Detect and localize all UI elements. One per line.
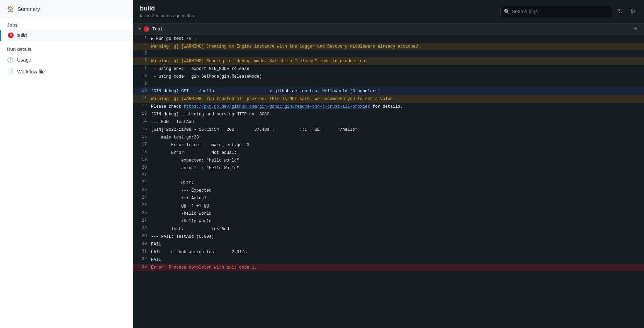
line-number: 7 bbox=[133, 65, 151, 71]
line-number: 31 bbox=[133, 248, 151, 255]
line-number: 4 bbox=[133, 43, 151, 49]
sidebar-item-build[interactable]: ✕ build bbox=[0, 30, 133, 41]
sidebar-item-summary[interactable]: 🏠 Summary bbox=[0, 0, 133, 18]
home-icon: 🏠 bbox=[7, 6, 14, 12]
line-content: --- Expected bbox=[151, 187, 644, 194]
search-input[interactable] bbox=[500, 6, 612, 17]
log-line: 18 Error: Not equal: bbox=[133, 149, 644, 157]
settings-button[interactable]: ⚙ bbox=[629, 6, 637, 17]
main-log-panel: build failed 2 minutes ago in 35s 🔍 ↻ ⚙ … bbox=[133, 0, 644, 328]
line-number: 26 bbox=[133, 210, 151, 216]
error-text: Error: Process completed with exit code … bbox=[151, 265, 257, 270]
refresh-button[interactable]: ↻ bbox=[616, 6, 624, 17]
log-line: 27 +Hello World bbox=[133, 218, 644, 225]
search-icon: 🔍 bbox=[504, 9, 510, 14]
line-number: 33 bbox=[133, 264, 151, 270]
log-line: 28 Test: TestAdd bbox=[133, 225, 644, 233]
line-content: +Hello World bbox=[151, 218, 644, 225]
log-line: 30FAIL bbox=[133, 241, 644, 248]
line-content: expected: "hello world" bbox=[151, 157, 644, 164]
sidebar-usage-label: Usage bbox=[17, 57, 31, 63]
line-content: [GIN-debug] GET /hello --> github-action… bbox=[151, 87, 644, 95]
line-number: 24 bbox=[133, 194, 151, 201]
line-content: [GIN] 2022/11/08 - 15:11:54 | 200 | 37.4… bbox=[151, 126, 644, 134]
log-line: 8 - using code: gin.SetMode(gin.ReleaseM… bbox=[133, 73, 644, 80]
sidebar-run-details-label: Run details bbox=[0, 41, 133, 54]
line-number: 27 bbox=[133, 218, 151, 224]
log-line: 17 Error Trace: main_test.go:23 bbox=[133, 141, 644, 149]
line-number: 17 bbox=[133, 141, 151, 148]
line-content: ▶ Run go test -v . bbox=[151, 35, 644, 43]
fail-icon: ✕ bbox=[8, 33, 14, 38]
line-content: FAIL bbox=[151, 241, 644, 248]
log-line: 33Error: Process completed with exit cod… bbox=[133, 264, 644, 271]
line-content: main_test.go:23: bbox=[151, 134, 644, 141]
line-number: 30 bbox=[133, 241, 151, 247]
line-number: 32 bbox=[133, 256, 151, 262]
line-content: actual : "Hello World" bbox=[151, 164, 644, 172]
line-number: 20 bbox=[133, 164, 151, 171]
line-content bbox=[151, 50, 644, 52]
file-icon: 📄 bbox=[7, 69, 14, 75]
sidebar-summary-label: Summary bbox=[17, 6, 40, 12]
log-line: 16 main_test.go:23: bbox=[133, 134, 644, 141]
line-content: FAIL bbox=[151, 256, 644, 264]
line-number: 19 bbox=[133, 157, 151, 163]
log-line: 29--- FAIL: TestAdd (0.00s) bbox=[133, 233, 644, 241]
log-area[interactable]: ▼ ✕ Test 9s 1▶ Run go test -v .4Warning:… bbox=[133, 23, 644, 328]
line-content: [GIN-debug] Listening and serving HTTP o… bbox=[151, 110, 644, 118]
line-number: 10 bbox=[133, 87, 151, 94]
chevron-down-icon: ▼ bbox=[138, 27, 141, 31]
log-line: 24 +++ Actual bbox=[133, 194, 644, 202]
section-name: Test bbox=[152, 27, 163, 32]
line-number: 6 bbox=[133, 57, 151, 64]
line-content: === RUN TestAdd bbox=[151, 118, 644, 126]
log-link[interactable]: https://pkg.go.dev/github.com/gin-gonic/… bbox=[184, 104, 370, 109]
line-content: Diff: bbox=[151, 179, 644, 187]
line-number: 11 bbox=[133, 95, 151, 101]
log-line: 5 bbox=[133, 50, 644, 57]
log-line: 25 @@ -1 +1 @@ bbox=[133, 202, 644, 210]
log-line: 15[GIN] 2022/11/08 - 15:11:54 | 200 | 37… bbox=[133, 126, 644, 134]
sidebar-item-usage[interactable]: 🕐 Usage bbox=[0, 54, 133, 66]
section-fail-icon: ✕ bbox=[144, 26, 149, 32]
line-content: +++ Actual bbox=[151, 194, 644, 202]
log-line: 13[GIN-debug] Listening and serving HTTP… bbox=[133, 110, 644, 118]
line-number: 13 bbox=[133, 110, 151, 117]
sidebar-jobs-section: Jobs bbox=[0, 18, 133, 30]
log-lines-container: 1▶ Run go test -v .4Warning: g] [WARNING… bbox=[133, 35, 644, 271]
log-title: build bbox=[140, 5, 194, 12]
line-content: -hello world bbox=[151, 210, 644, 218]
sidebar-build-label: build bbox=[16, 33, 27, 38]
line-number: 14 bbox=[133, 118, 151, 124]
line-content: Warning: g] [WARNING] Creating an Engine… bbox=[151, 43, 644, 50]
line-content: - using code: gin.SetMode(gin.ReleaseMod… bbox=[151, 73, 644, 80]
search-wrap: 🔍 bbox=[500, 6, 612, 17]
log-line: 23 --- Expected bbox=[133, 187, 644, 194]
line-content: Please check https://pkg.go.dev/github.c… bbox=[151, 103, 644, 110]
log-header-info: build failed 2 minutes ago in 35s bbox=[140, 5, 194, 18]
log-subtitle: failed 2 minutes ago in 35s bbox=[140, 13, 194, 18]
log-line: 32FAIL bbox=[133, 256, 644, 264]
sidebar-workflow-file-label: Workflow file bbox=[17, 69, 45, 74]
warning-text: Warning: g] [WARNING] You trusted all pr… bbox=[151, 97, 395, 101]
line-number: 25 bbox=[133, 202, 151, 208]
line-content: @@ -1 +1 @@ bbox=[151, 202, 644, 210]
log-line: 14=== RUN TestAdd bbox=[133, 118, 644, 126]
log-header: build failed 2 minutes ago in 35s 🔍 ↻ ⚙ bbox=[133, 0, 644, 23]
line-number: 18 bbox=[133, 149, 151, 155]
sidebar-item-workflow-file[interactable]: 📄 Workflow file bbox=[0, 66, 133, 78]
log-line: 22 Diff: bbox=[133, 179, 644, 187]
line-number: 15 bbox=[133, 126, 151, 132]
log-line: 31FAIL github-action-test 2.017s bbox=[133, 248, 644, 256]
log-line: 9 bbox=[133, 80, 644, 87]
log-line: 7 - using env: export GIN_MODE=release bbox=[133, 65, 644, 73]
line-content bbox=[151, 172, 644, 173]
log-header-actions: 🔍 ↻ ⚙ bbox=[500, 6, 637, 17]
line-number: 12 bbox=[133, 103, 151, 109]
line-number: 22 bbox=[133, 179, 151, 185]
log-section-header[interactable]: ▼ ✕ Test 9s bbox=[133, 23, 644, 35]
line-number: 28 bbox=[133, 225, 151, 231]
log-line: 11Warning: g] [WARNING] You trusted all … bbox=[133, 95, 644, 103]
warning-text: Warning: g] [WARNING] Creating an Engine… bbox=[151, 44, 421, 49]
